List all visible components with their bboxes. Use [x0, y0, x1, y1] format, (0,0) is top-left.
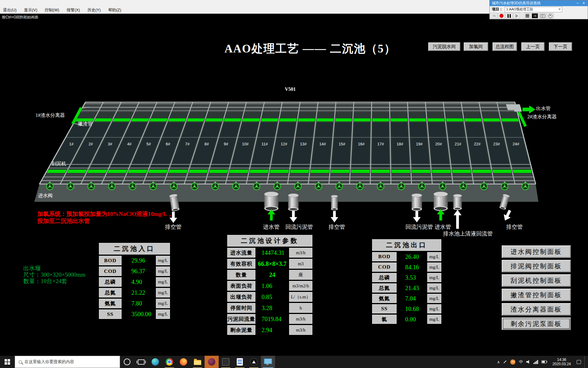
row-unit: h: [289, 303, 312, 313]
scraper-label: 刮泥机: [51, 161, 66, 167]
row-value: 3.28: [257, 303, 288, 313]
window-title-bar[interactable]: 城市污水处理3D仿真培训系统 – ×: [490, 0, 588, 6]
record-button[interactable]: [498, 13, 505, 19]
notification-center-icon[interactable]: [577, 360, 581, 364]
scada-app-icon[interactable]: [205, 356, 219, 368]
pause-button[interactable]: [506, 13, 513, 19]
clock[interactable]: 14:36 2020.03.24: [550, 358, 573, 366]
cell-label: 23#: [493, 142, 500, 146]
row-value: 21.43: [398, 283, 426, 293]
row-label: SS: [372, 304, 397, 313]
pipe: [264, 192, 278, 211]
table-row: 氨氮7.04mg/L: [372, 294, 441, 303]
cell-label: 16#: [358, 142, 365, 146]
search-input[interactable]: 在这里输入你要搜索的内容: [15, 356, 120, 368]
speaker-icon[interactable]: [526, 360, 530, 364]
search-icon: [19, 360, 22, 364]
table-row: SS10.68mg/L: [372, 304, 441, 313]
sim-window-taskbar-icon[interactable]: [261, 356, 275, 368]
row-label: 总氮: [99, 288, 122, 297]
cell-label: 15#: [339, 142, 345, 146]
close-button[interactable]: ×: [581, 0, 586, 6]
scum-pipe-label: 撇渣管: [78, 121, 92, 127]
separator-panel-button[interactable]: 渣水分离器面板: [502, 303, 571, 316]
pipe-label: 排空管: [329, 223, 345, 231]
excess-sludge-pump-panel-button[interactable]: 剩余污泥泵面板: [502, 317, 571, 330]
row-value: 4.90: [123, 277, 155, 287]
edge-icon[interactable]: [148, 356, 162, 368]
row-value: 14474.31: [257, 248, 288, 258]
row-unit: mg/L: [156, 266, 170, 276]
row-value: 7.04: [398, 294, 426, 303]
scada-screen: 退出(U) 显示(V) 控制(W) 报警(X) 历史(Y) 帮助(Z) 按Ctr…: [0, 0, 588, 368]
minimize-button[interactable]: –: [575, 0, 580, 6]
weir-info-line: 数量：10台×24套: [23, 278, 85, 284]
outlet-pipe-label: 出水管: [536, 105, 551, 112]
cortana-icon[interactable]: [120, 356, 134, 368]
battery-icon[interactable]: [541, 360, 547, 363]
list-button[interactable]: [524, 13, 531, 19]
tray-expand-icon[interactable]: ∧: [497, 360, 500, 364]
sim-toolbar: ϟϟ √x: [490, 13, 588, 19]
windows-logo-icon: [5, 359, 10, 365]
cell-label: 5#: [146, 142, 151, 146]
row-label: BOD: [372, 252, 397, 261]
inlet-valve-panel-button[interactable]: 进水阀控制面板: [502, 245, 571, 258]
row-unit: mg/L: [156, 277, 170, 287]
weir-info-line: 出水堰: [23, 265, 85, 271]
show-desktop-strip[interactable]: [584, 356, 586, 368]
formula-button[interactable]: √x: [531, 13, 538, 19]
clock-icon: [548, 14, 552, 18]
inlet-valve-label: 进水阀: [38, 193, 53, 199]
firefox-icon[interactable]: [176, 356, 190, 368]
lightning-icon[interactable]: ϟϟ: [490, 13, 497, 19]
flow-down-arrow: [502, 209, 514, 222]
ime-indicator[interactable]: 中: [519, 359, 523, 365]
file-explorer-icon[interactable]: [190, 356, 205, 368]
task-view-icon[interactable]: [134, 356, 148, 368]
dark-app-icon[interactable]: [219, 356, 233, 368]
design-table-title: 二沉池设计参数: [227, 235, 312, 247]
row-label: 出堰负荷: [227, 292, 255, 302]
play-icon: [515, 14, 518, 18]
camera-button[interactable]: [539, 13, 546, 19]
cell-label: 8#: [205, 142, 209, 146]
separator2-label: 2#渣水分离器: [527, 114, 557, 120]
project-label: 项目：: [492, 7, 503, 12]
cell-label: 20#: [435, 142, 442, 146]
tray-time: 14:36: [552, 358, 571, 362]
project-select[interactable]: 1:AAO预处理工段: [505, 7, 562, 12]
table-row: SS3500.00mg/L: [99, 309, 170, 319]
row-value: 7019.84: [257, 314, 288, 324]
notes-app-icon[interactable]: [233, 356, 247, 368]
row-value: 0.85: [257, 292, 288, 302]
outlet-arrow-icon: [522, 105, 535, 113]
return-up-arrow: [454, 210, 462, 229]
sludge-valve-panel-button[interactable]: 排泥阀控制面板: [502, 260, 571, 272]
pipe-label: 回流污泥管: [405, 223, 433, 231]
row-unit: mg/L: [427, 294, 441, 303]
row-unit: mg/L: [427, 304, 441, 313]
cell-label: 7#: [185, 142, 189, 146]
unity-icon[interactable]: [247, 356, 261, 368]
scum-pipe-panel-button[interactable]: 撇渣管控制面板: [502, 289, 571, 301]
tank-id-label: V501: [285, 86, 296, 92]
list-icon: [526, 13, 529, 18]
design-table: 二沉池设计参数 进水流量14474.31m3/h有效容积66.8×8×3.7m3…: [227, 235, 312, 335]
row-label: SS: [99, 309, 122, 319]
outlet-table-title: 二沉池出口: [372, 239, 441, 251]
pen-icon[interactable]: [503, 362, 507, 362]
chrome-icon[interactable]: [162, 356, 176, 368]
row-value: 21.22: [123, 288, 155, 297]
pipe-label: 回流污泥管: [285, 223, 313, 231]
play-button[interactable]: [513, 13, 520, 19]
row-value: 29.96: [123, 256, 155, 265]
row-unit: mg/L: [427, 252, 441, 261]
sim-control-window: 城市污水处理3D仿真培训系统 – × 项目： 1:AAO预处理工段 ϟϟ √x: [489, 0, 588, 19]
badge-icon[interactable]: 77: [510, 359, 515, 365]
row-value: 1.06: [257, 281, 288, 291]
clock-button[interactable]: [547, 13, 554, 19]
network-icon[interactable]: [533, 360, 538, 364]
scraper-panel-button[interactable]: 刮泥机控制面板: [502, 274, 571, 287]
start-button[interactable]: [0, 356, 15, 368]
